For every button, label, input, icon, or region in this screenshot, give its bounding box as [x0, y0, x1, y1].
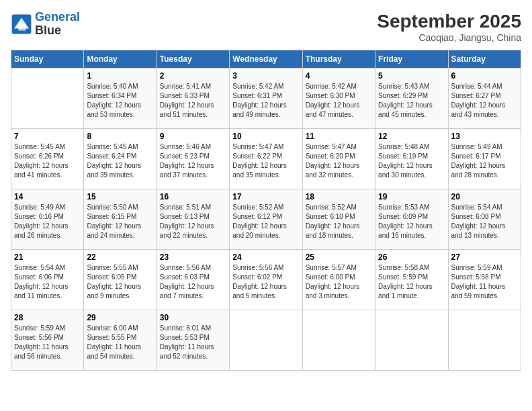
cell-content: Sunrise: 5:42 AM Sunset: 6:30 PM Dayligh… [306, 82, 372, 120]
cell-content: Sunrise: 5:47 AM Sunset: 6:22 PM Dayligh… [232, 142, 299, 180]
day-number: 16 [160, 192, 226, 201]
logo-text: GeneralBlue [35, 11, 80, 38]
day-number: 10 [232, 132, 299, 141]
calendar-cell: 26Sunrise: 5:58 AM Sunset: 5:59 PM Dayli… [375, 250, 448, 310]
day-number: 6 [451, 71, 518, 81]
day-number: 2 [160, 71, 226, 81]
calendar-cell [448, 310, 521, 371]
calendar-cell: 9Sunrise: 5:46 AM Sunset: 6:23 PM Daylig… [157, 129, 229, 189]
day-number: 18 [306, 192, 372, 201]
day-number: 17 [232, 192, 299, 201]
day-number: 21 [14, 253, 81, 262]
day-number: 27 [451, 253, 518, 262]
day-number: 9 [160, 132, 226, 141]
cell-content: Sunrise: 5:59 AM Sunset: 5:56 PM Dayligh… [14, 324, 81, 361]
calendar-cell: 21Sunrise: 5:54 AM Sunset: 6:06 PM Dayli… [11, 250, 84, 310]
day-number: 8 [87, 132, 153, 141]
day-number: 15 [87, 192, 153, 201]
day-header-thursday: Thursday [302, 50, 375, 68]
svg-marker-2 [18, 24, 26, 31]
day-header-friday: Friday [375, 50, 448, 68]
calendar-cell: 24Sunrise: 5:56 AM Sunset: 6:02 PM Dayli… [230, 250, 302, 310]
calendar-cell: 27Sunrise: 5:59 AM Sunset: 5:58 PM Dayli… [448, 250, 521, 310]
day-header-saturday: Saturday [448, 50, 521, 68]
week-row-2: 7Sunrise: 5:45 AM Sunset: 6:26 PM Daylig… [11, 129, 521, 189]
calendar-cell: 11Sunrise: 5:47 AM Sunset: 6:20 PM Dayli… [302, 129, 375, 189]
week-row-3: 14Sunrise: 5:49 AM Sunset: 6:16 PM Dayli… [11, 189, 521, 250]
calendar-cell: 19Sunrise: 5:53 AM Sunset: 6:09 PM Dayli… [375, 189, 448, 250]
cell-content: Sunrise: 5:40 AM Sunset: 6:34 PM Dayligh… [87, 82, 153, 120]
day-number: 28 [14, 313, 81, 322]
day-number: 24 [232, 253, 299, 262]
cell-content: Sunrise: 5:50 AM Sunset: 6:15 PM Dayligh… [87, 203, 153, 240]
calendar-cell: 10Sunrise: 5:47 AM Sunset: 6:22 PM Dayli… [230, 129, 302, 189]
calendar-cell: 20Sunrise: 5:54 AM Sunset: 6:08 PM Dayli… [448, 189, 521, 250]
cell-content: Sunrise: 5:42 AM Sunset: 6:31 PM Dayligh… [232, 82, 299, 120]
cell-content: Sunrise: 5:59 AM Sunset: 5:58 PM Dayligh… [451, 263, 518, 301]
day-headers-row: SundayMondayTuesdayWednesdayThursdayFrid… [11, 50, 521, 68]
calendar-cell: 29Sunrise: 6:00 AM Sunset: 5:55 PM Dayli… [84, 310, 157, 371]
day-header-tuesday: Tuesday [157, 50, 229, 68]
calendar-cell [302, 310, 375, 371]
calendar-cell: 5Sunrise: 5:43 AM Sunset: 6:29 PM Daylig… [375, 68, 448, 129]
day-number: 19 [378, 192, 445, 201]
day-number: 13 [451, 132, 518, 141]
cell-content: Sunrise: 5:54 AM Sunset: 6:08 PM Dayligh… [451, 203, 518, 240]
day-number: 1 [87, 71, 153, 81]
calendar-cell: 15Sunrise: 5:50 AM Sunset: 6:15 PM Dayli… [84, 189, 157, 250]
day-header-monday: Monday [84, 50, 157, 68]
calendar-cell: 23Sunrise: 5:56 AM Sunset: 6:03 PM Dayli… [157, 250, 229, 310]
cell-content: Sunrise: 5:54 AM Sunset: 6:06 PM Dayligh… [14, 263, 81, 301]
cell-content: Sunrise: 5:44 AM Sunset: 6:27 PM Dayligh… [451, 82, 518, 120]
day-number: 30 [160, 313, 226, 322]
calendar-cell: 28Sunrise: 5:59 AM Sunset: 5:56 PM Dayli… [11, 310, 84, 371]
calendar-cell: 18Sunrise: 5:52 AM Sunset: 6:10 PM Dayli… [302, 189, 375, 250]
cell-content: Sunrise: 5:52 AM Sunset: 6:12 PM Dayligh… [232, 203, 299, 240]
cell-content: Sunrise: 5:47 AM Sunset: 6:20 PM Dayligh… [306, 142, 372, 180]
title-block: September 2025 Caoqiao, Jiangsu, China [377, 11, 521, 43]
day-number: 3 [232, 71, 299, 81]
cell-content: Sunrise: 6:00 AM Sunset: 5:55 PM Dayligh… [87, 324, 153, 361]
cell-content: Sunrise: 5:49 AM Sunset: 6:17 PM Dayligh… [451, 142, 518, 180]
day-number: 14 [14, 192, 81, 201]
day-number: 22 [87, 253, 153, 262]
calendar-cell: 8Sunrise: 5:45 AM Sunset: 6:24 PM Daylig… [84, 129, 157, 189]
logo-icon [11, 13, 32, 35]
day-number: 12 [378, 132, 445, 141]
calendar-cell: 30Sunrise: 6:01 AM Sunset: 5:53 PM Dayli… [157, 310, 229, 371]
calendar-cell: 12Sunrise: 5:48 AM Sunset: 6:19 PM Dayli… [375, 129, 448, 189]
logo: GeneralBlue [11, 11, 80, 38]
cell-content: Sunrise: 5:58 AM Sunset: 5:59 PM Dayligh… [378, 263, 445, 301]
cell-content: Sunrise: 5:52 AM Sunset: 6:10 PM Dayligh… [306, 203, 372, 240]
day-header-wednesday: Wednesday [230, 50, 302, 68]
calendar-cell [375, 310, 448, 371]
cell-content: Sunrise: 5:51 AM Sunset: 6:13 PM Dayligh… [160, 203, 226, 240]
day-number: 25 [306, 253, 372, 262]
calendar-cell: 6Sunrise: 5:44 AM Sunset: 6:27 PM Daylig… [448, 68, 521, 129]
cell-content: Sunrise: 5:56 AM Sunset: 6:03 PM Dayligh… [160, 263, 226, 301]
week-row-4: 21Sunrise: 5:54 AM Sunset: 6:06 PM Dayli… [11, 250, 521, 310]
calendar-cell: 16Sunrise: 5:51 AM Sunset: 6:13 PM Dayli… [157, 189, 229, 250]
week-row-1: 1Sunrise: 5:40 AM Sunset: 6:34 PM Daylig… [11, 68, 521, 129]
cell-content: Sunrise: 5:46 AM Sunset: 6:23 PM Dayligh… [160, 142, 226, 180]
cell-content: Sunrise: 5:45 AM Sunset: 6:24 PM Dayligh… [87, 142, 153, 180]
calendar-cell: 2Sunrise: 5:41 AM Sunset: 6:33 PM Daylig… [157, 68, 229, 129]
calendar-cell: 4Sunrise: 5:42 AM Sunset: 6:30 PM Daylig… [302, 68, 375, 129]
day-number: 26 [378, 253, 445, 262]
day-number: 11 [306, 132, 372, 141]
cell-content: Sunrise: 5:56 AM Sunset: 6:02 PM Dayligh… [232, 263, 299, 301]
calendar-cell: 3Sunrise: 5:42 AM Sunset: 6:31 PM Daylig… [230, 68, 302, 129]
cell-content: Sunrise: 5:49 AM Sunset: 6:16 PM Dayligh… [14, 203, 81, 240]
calendar-cell: 22Sunrise: 5:55 AM Sunset: 6:05 PM Dayli… [84, 250, 157, 310]
day-number: 29 [87, 313, 153, 322]
cell-content: Sunrise: 5:45 AM Sunset: 6:26 PM Dayligh… [14, 142, 81, 180]
page-header: GeneralBlue September 2025 Caoqiao, Jian… [11, 11, 521, 43]
calendar-cell [11, 68, 84, 129]
day-number: 5 [378, 71, 445, 81]
month-year: September 2025 [377, 11, 521, 32]
calendar-cell: 25Sunrise: 5:57 AM Sunset: 6:00 PM Dayli… [302, 250, 375, 310]
cell-content: Sunrise: 5:57 AM Sunset: 6:00 PM Dayligh… [306, 263, 372, 301]
week-row-5: 28Sunrise: 5:59 AM Sunset: 5:56 PM Dayli… [11, 310, 521, 371]
day-number: 20 [451, 192, 518, 201]
day-number: 4 [306, 71, 372, 81]
